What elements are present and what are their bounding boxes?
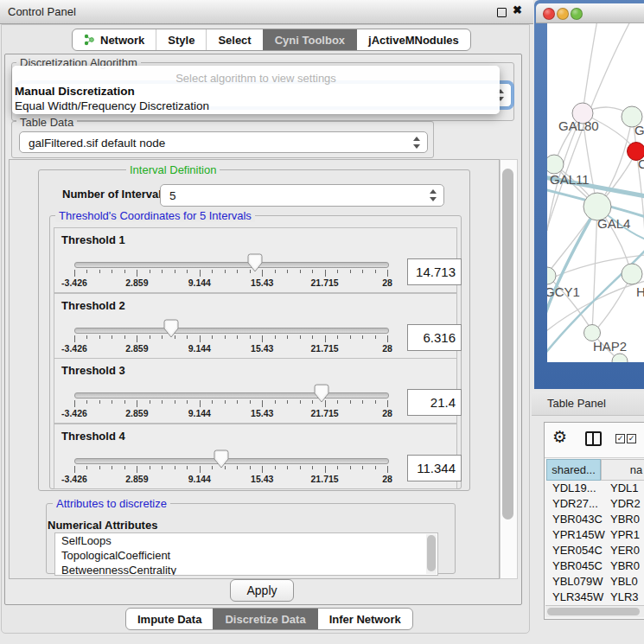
- table-row[interactable]: YDL19...YDL1: [546, 481, 644, 497]
- cell-name: YBL0: [610, 575, 638, 588]
- tab-network[interactable]: Network: [73, 29, 156, 50]
- column-header-shared-name[interactable]: shared...: [546, 459, 601, 481]
- cell-name: YER0: [610, 544, 640, 557]
- table-row[interactable]: YLR345WYLR3: [546, 590, 644, 606]
- float-icon[interactable]: [497, 8, 507, 17]
- slider-tick-labels: -3.4262.8599.14415.4321.71528: [74, 343, 387, 354]
- cell-shared-name: YBL079W: [552, 575, 603, 588]
- threshold-value-field[interactable]: 21.4: [407, 389, 462, 416]
- table-data-combobox[interactable]: galFiltered.sif default node: [19, 131, 428, 153]
- threshold-value-field[interactable]: 14.713: [407, 258, 462, 285]
- cell-shared-name: YBR045C: [552, 559, 603, 572]
- threshold-value-field[interactable]: 11.344: [407, 455, 462, 481]
- cell-name: YDR2: [610, 497, 641, 510]
- threshold-label: Threshold 4: [61, 430, 125, 443]
- graph-node-label: H: [636, 284, 644, 299]
- table-row[interactable]: YBL079WYBL0: [546, 575, 644, 590]
- threshold-panel: Threshold 2 -3.4262.8599.14415.4321.7152…: [54, 293, 457, 359]
- number-of-intervals-value: 5: [169, 189, 176, 202]
- threshold-panel: Threshold 3 -3.4262.8599.14415.4321.7152…: [54, 358, 457, 424]
- graph-node[interactable]: [622, 264, 642, 284]
- threshold-label: Threshold 3: [61, 364, 125, 377]
- network-icon: [84, 34, 95, 46]
- horizontal-scrollbar[interactable]: [545, 605, 644, 617]
- interval-definition-title: Interval Definition: [126, 163, 220, 176]
- slider-track[interactable]: [74, 392, 389, 399]
- columns-icon[interactable]: [585, 431, 602, 446]
- graph-node[interactable]: [547, 155, 564, 174]
- tab-label: Discretize Data: [225, 613, 305, 626]
- slider-track[interactable]: [74, 458, 389, 464]
- close-icon[interactable]: ✖: [513, 3, 522, 16]
- cell-name: YBR0: [610, 513, 640, 526]
- horizontal-scrollbar-thumb[interactable]: [547, 608, 640, 615]
- slider-tick-labels: -3.4262.8599.14415.4321.71528: [74, 474, 387, 484]
- cell-name: YBR0: [610, 559, 640, 572]
- vertical-scrollbar[interactable]: [500, 159, 518, 579]
- vertical-scrollbar-thumb[interactable]: [502, 169, 513, 520]
- graph-node-label: GCY1: [547, 284, 580, 299]
- algorithm-hint: Select algorithm to view settings: [12, 72, 500, 85]
- tab-label: Infer Network: [329, 613, 401, 626]
- network-view-canvas[interactable]: GAL80GACGAL11GAL4GCY1HHAP2: [547, 23, 644, 362]
- network-window-titlebar: [536, 3, 644, 23]
- cell-name: YPR1: [610, 528, 640, 541]
- tab-jactivemnodules[interactable]: jActiveMNodules: [356, 29, 470, 50]
- tab-select[interactable]: Select: [206, 29, 262, 50]
- attributes-group-title: Attributes to discretize: [53, 497, 170, 510]
- control-panel-titlebar: Control Panel ✖: [0, 0, 533, 24]
- combo-stepper-icon: [430, 189, 437, 201]
- control-panel-tabs: NetworkStyleSelectCyni ToolboxjActiveMNo…: [72, 29, 471, 51]
- table-row[interactable]: YER054CYER0: [546, 544, 644, 559]
- gear-icon[interactable]: ⚙: [552, 429, 567, 445]
- cell-shared-name: YLR345W: [552, 590, 603, 603]
- checkbox-icon[interactable]: ✓: [615, 434, 625, 443]
- tab-label: Style: [168, 34, 194, 47]
- list-scrollbar[interactable]: [426, 534, 437, 574]
- table-row[interactable]: YBR045CYBR0: [546, 559, 644, 575]
- table-row[interactable]: YBR043CYBR0: [546, 513, 644, 528]
- list-scrollbar-thumb[interactable]: [427, 535, 436, 571]
- threshold-value-field[interactable]: 6.316: [407, 324, 462, 351]
- attribute-list-item[interactable]: SelfLoops: [55, 533, 437, 548]
- menu-item-manual-discretization[interactable]: Manual Discretization: [15, 85, 135, 98]
- slider-track[interactable]: [74, 328, 389, 334]
- tab-impute-data[interactable]: Impute Data: [126, 609, 213, 629]
- control-panel-title: Control Panel: [8, 5, 76, 18]
- table-panel-box: ⚙ ✓ ✓ shared... na YDL19...YDL1YDR27...Y…: [544, 422, 644, 620]
- graph-node-label: GAL4: [597, 216, 630, 231]
- menu-item-equal-width-frequency[interactable]: Equal Width/Frequency Discretization: [15, 99, 209, 112]
- threshold-label: Threshold 1: [61, 233, 125, 246]
- threshold-label: Threshold 2: [61, 299, 125, 312]
- mac-zoom-button[interactable]: [571, 8, 583, 20]
- graph-node[interactable]: [547, 267, 556, 284]
- apply-button[interactable]: Apply: [230, 579, 294, 602]
- column-header-name[interactable]: na: [601, 459, 644, 481]
- table-data-combobox-value: galFiltered.sif default node: [29, 136, 165, 149]
- table-row[interactable]: YDR27...YDR2: [546, 497, 644, 513]
- threshold-panel: Threshold 1 -3.4262.8599.14415.4321.7152…: [54, 227, 457, 293]
- attribute-list-item[interactable]: TopologicalCoefficient: [55, 548, 437, 563]
- tab-infer-network[interactable]: Infer Network: [317, 609, 412, 629]
- mac-close-button[interactable]: [543, 8, 555, 20]
- cyni-mode-tabs: Impute DataDiscretize DataInfer Network: [125, 608, 413, 630]
- slider-ticks: [74, 466, 387, 474]
- number-of-intervals-combobox[interactable]: 5: [160, 184, 444, 207]
- graph-node[interactable]: [612, 354, 628, 362]
- table-panel-toolbar: ⚙ ✓ ✓: [545, 423, 644, 458]
- tab-style[interactable]: Style: [156, 29, 206, 50]
- checkbox-icon[interactable]: ✓: [627, 434, 636, 443]
- tab-discretize-data[interactable]: Discretize Data: [213, 609, 316, 629]
- slider-ticks: [74, 400, 387, 408]
- cell-shared-name: YER054C: [552, 544, 603, 557]
- table-row[interactable]: YPR145WYPR1: [546, 528, 644, 544]
- thresholds-group-title: Threshold's Coordinates for 5 Intervals: [55, 209, 255, 222]
- tab-label: jActiveMNodules: [368, 34, 459, 47]
- numerical-attributes-list[interactable]: SelfLoopsTopologicalCoefficientBetweenne…: [54, 532, 438, 576]
- graph-edge: [583, 23, 597, 113]
- tab-cyni-toolbox[interactable]: Cyni Toolbox: [263, 29, 356, 50]
- mac-minimize-button[interactable]: [557, 8, 569, 20]
- slider-track[interactable]: [74, 262, 389, 268]
- attribute-list-item[interactable]: BetweennessCentrality: [55, 563, 437, 576]
- combo-stepper-icon: [413, 137, 421, 149]
